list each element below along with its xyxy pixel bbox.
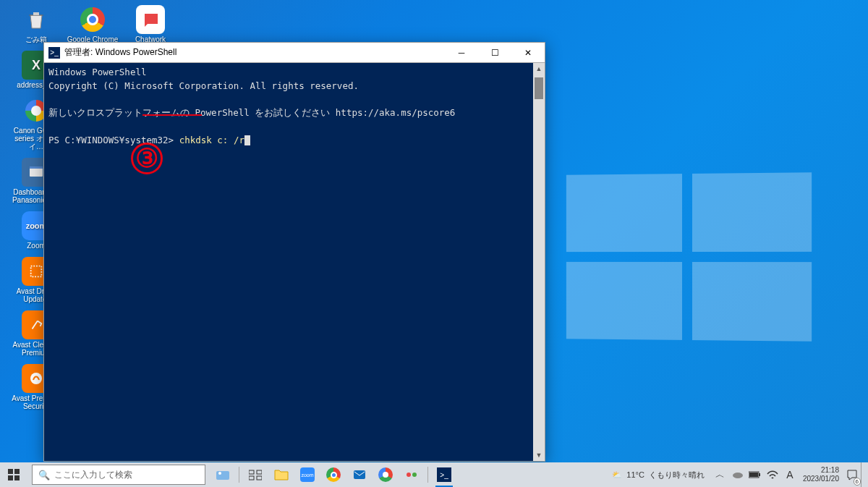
powershell-window: >_ 管理者: Windows PowerShell ─ ☐ ✕ Windows… (43, 42, 545, 462)
svg-rect-0 (33, 12, 39, 15)
svg-point-12 (407, 473, 411, 477)
terminal-command: chkdsk c: /r (179, 135, 244, 145)
terminal-prompt: PS C:¥WINDOWS¥system32> (48, 135, 179, 145)
desktop-icon-chatwork[interactable]: Chatwork (122, 4, 179, 45)
desktop-icon-chrome[interactable]: Google Chrome (64, 4, 122, 45)
tray-weather[interactable]: ⛅ 11°C くもり時々晴れ (605, 470, 712, 480)
taskbar-separator (427, 467, 428, 483)
svg-point-6 (218, 472, 221, 475)
taskbar-pinned-apps: zoom >_ (210, 462, 457, 487)
taskbar-file-explorer[interactable] (268, 462, 294, 487)
maximize-button[interactable]: ☐ (478, 43, 511, 62)
tray-clock[interactable]: 21:18 2023/01/20 (799, 466, 843, 483)
notification-badge: 6 (854, 478, 861, 486)
taskbar-task-view[interactable] (242, 462, 268, 487)
minimize-button[interactable]: ─ (445, 43, 478, 62)
tray-battery-icon[interactable] (746, 462, 764, 487)
tray-notifications-icon[interactable]: 6 (843, 462, 861, 487)
taskbar-zoom[interactable]: zoom (294, 462, 320, 487)
terminal-line: 新しいクロスプラットフォームの PowerShell をお試しください http… (48, 107, 455, 118)
search-placeholder: ここに入力して検索 (54, 469, 132, 481)
taskbar-mail[interactable] (346, 462, 373, 487)
taskbar-powershell[interactable]: >_ (431, 462, 457, 487)
svg-point-4 (30, 373, 42, 384)
svg-rect-7 (249, 470, 254, 474)
terminal-cursor (244, 135, 250, 145)
taskbar-chatwork[interactable] (399, 462, 425, 487)
svg-rect-8 (257, 470, 262, 474)
tray-wifi-icon[interactable] (764, 462, 781, 487)
tray-ime-mode[interactable]: A (781, 462, 799, 487)
powershell-icon: >_ (48, 47, 60, 59)
terminal-line: Windows PowerShell (48, 67, 146, 77)
taskbar-chrome[interactable] (320, 462, 346, 487)
tray-show-desktop[interactable] (861, 462, 865, 487)
search-box[interactable]: 🔍 ここに入力して検索 (32, 465, 205, 485)
svg-point-13 (412, 473, 417, 477)
svg-point-14 (733, 473, 743, 478)
svg-rect-2 (30, 166, 43, 169)
terminal-line: Copyright (C) Microsoft Corporation. All… (48, 80, 359, 91)
window-title: 管理者: Windows PowerShell (64, 46, 176, 59)
taskbar-separator (239, 467, 239, 483)
tray-time: 21:18 (821, 466, 839, 475)
scrollbar-thumb[interactable] (535, 77, 543, 99)
tray-date: 2023/01/20 (803, 475, 839, 483)
weather-text: くもり時々晴れ (649, 470, 705, 480)
svg-rect-5 (216, 471, 229, 480)
scrollbar-up-icon[interactable]: ▲ (533, 63, 545, 75)
annotation-underline (142, 114, 202, 116)
desktop-icon-recycle-bin[interactable]: ごみ箱 (7, 4, 65, 45)
weather-temp: 11°C (626, 470, 644, 479)
scrollbar-down-icon[interactable]: ▼ (533, 449, 545, 461)
system-tray: ⛅ 11°C くもり時々晴れ ︿ A 21:18 2023/01/20 6 (605, 462, 868, 487)
search-icon: 🔍 (38, 470, 50, 480)
tray-chevron-up-icon[interactable]: ︿ (712, 462, 729, 487)
desktop-icon-label: Zoom (27, 242, 46, 250)
tray-onedrive-icon[interactable] (729, 462, 746, 487)
start-button[interactable] (0, 462, 27, 487)
svg-rect-16 (759, 473, 760, 476)
taskbar: 🔍 ここに入力して検索 zoom >_ ⛅ 11°C くもり時々晴れ ︿ A 2… (0, 462, 868, 487)
close-button[interactable]: ✕ (511, 43, 545, 62)
window-scrollbar[interactable]: ▲ ▼ (533, 63, 545, 461)
svg-rect-9 (249, 476, 254, 480)
taskbar-unknown-icon[interactable] (210, 462, 236, 487)
svg-rect-11 (354, 470, 365, 479)
window-titlebar[interactable]: >_ 管理者: Windows PowerShell ─ ☐ ✕ (44, 43, 545, 63)
svg-rect-10 (257, 476, 262, 480)
wallpaper-windows-logo (566, 172, 812, 341)
desktop-icons-col3: Chatwork (122, 4, 179, 45)
annotation-circle-3: ③ (131, 143, 163, 174)
svg-rect-3 (31, 266, 42, 277)
terminal-body[interactable]: Windows PowerShell Copyright (C) Microso… (44, 63, 545, 461)
weather-icon: ⛅ (612, 470, 622, 480)
desktop-icons-col2: Google Chrome (64, 4, 122, 45)
taskbar-chrome-profile[interactable] (373, 462, 399, 487)
svg-rect-17 (749, 473, 758, 477)
